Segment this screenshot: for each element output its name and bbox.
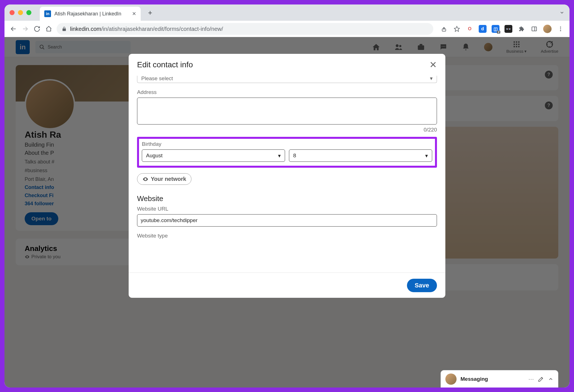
messaging-avatar-icon — [445, 373, 457, 385]
save-button[interactable]: Save — [407, 279, 437, 292]
visibility-chip[interactable]: Your network — [137, 173, 191, 185]
lock-icon — [62, 26, 67, 31]
im-type-select[interactable]: Please select ▾ — [137, 76, 437, 83]
modal-close-button[interactable]: ✕ — [429, 59, 437, 70]
birthday-month-select[interactable]: August ▾ — [142, 149, 285, 162]
svg-point-28 — [145, 179, 146, 180]
home-button[interactable] — [45, 25, 53, 33]
profile-avatar-icon[interactable] — [543, 25, 552, 33]
website-url-input[interactable] — [137, 214, 437, 227]
close-tab-icon[interactable]: ✕ — [132, 11, 136, 17]
new-tab-button[interactable]: + — [148, 8, 152, 17]
address-textarea[interactable] — [137, 98, 437, 124]
website-section-title: Website — [137, 194, 437, 203]
chevron-down-icon: ▾ — [430, 76, 433, 82]
birthday-day-select[interactable]: 8 ▾ — [289, 149, 432, 162]
reload-button[interactable] — [33, 25, 41, 33]
birthday-highlight: Birthday August ▾ 8 ▾ — [137, 137, 437, 168]
chevron-up-icon[interactable] — [548, 376, 554, 382]
forward-button[interactable] — [21, 25, 29, 33]
modal-title: Edit contact info — [137, 60, 193, 69]
address-label: Address — [137, 89, 437, 95]
window-maximize-icon[interactable] — [26, 10, 31, 15]
browser-menu-icon[interactable] — [557, 25, 564, 33]
browser-toolbar: linkedin.com/in/atishrajasekharan/edit/f… — [4, 21, 570, 37]
more-icon[interactable]: ⋯ — [528, 376, 534, 382]
browser-tab-bar: in Atish Rajasekharan | LinkedIn ✕ + — [4, 4, 570, 21]
svg-marker-4 — [454, 26, 459, 31]
extension-glasses-icon[interactable]: 👓 — [504, 25, 512, 33]
messaging-bar[interactable]: Messaging ⋯ — [441, 370, 558, 388]
share-icon[interactable] — [440, 25, 448, 33]
url-path: /in/atishrajasekharan/edit/forms/contact… — [101, 26, 223, 32]
extension-d-icon[interactable]: d — [479, 25, 487, 33]
extension-opera-icon[interactable]: O — [466, 25, 474, 33]
window-controls — [10, 10, 31, 15]
bookmark-star-icon[interactable] — [453, 25, 461, 33]
window-close-icon[interactable] — [10, 10, 15, 15]
svg-point-9 — [560, 30, 561, 31]
chevron-down-icon: ▾ — [278, 153, 281, 159]
address-bar[interactable]: linkedin.com/in/atishrajasekharan/edit/f… — [57, 23, 433, 35]
edit-contact-modal: Edit contact info ✕ Please select ▾ Addr… — [129, 54, 445, 298]
svg-point-8 — [560, 28, 561, 29]
chevron-down-icon: ▾ — [425, 153, 428, 159]
sidepanel-icon[interactable] — [530, 25, 538, 33]
compose-icon[interactable] — [538, 376, 544, 382]
tabs-dropdown-icon[interactable] — [559, 10, 564, 15]
tab-title: Atish Rajasekharan | LinkedIn — [54, 11, 121, 17]
linkedin-favicon-icon: in — [44, 10, 51, 17]
svg-point-7 — [560, 27, 561, 28]
browser-tab[interactable]: in Atish Rajasekharan | LinkedIn ✕ — [40, 7, 141, 21]
svg-rect-5 — [532, 27, 537, 31]
website-type-label: Website type — [137, 233, 437, 239]
back-button[interactable] — [10, 25, 17, 33]
website-url-label: Website URL — [137, 206, 437, 212]
url-host: linkedin.com — [70, 26, 101, 32]
extensions-puzzle-icon[interactable] — [517, 25, 525, 33]
window-minimize-icon[interactable] — [18, 10, 23, 15]
char-count: 0/220 — [137, 127, 437, 133]
birthday-label: Birthday — [142, 141, 432, 147]
extension-notes-icon[interactable]: ◫2 — [492, 25, 499, 33]
messaging-title: Messaging — [460, 376, 524, 382]
